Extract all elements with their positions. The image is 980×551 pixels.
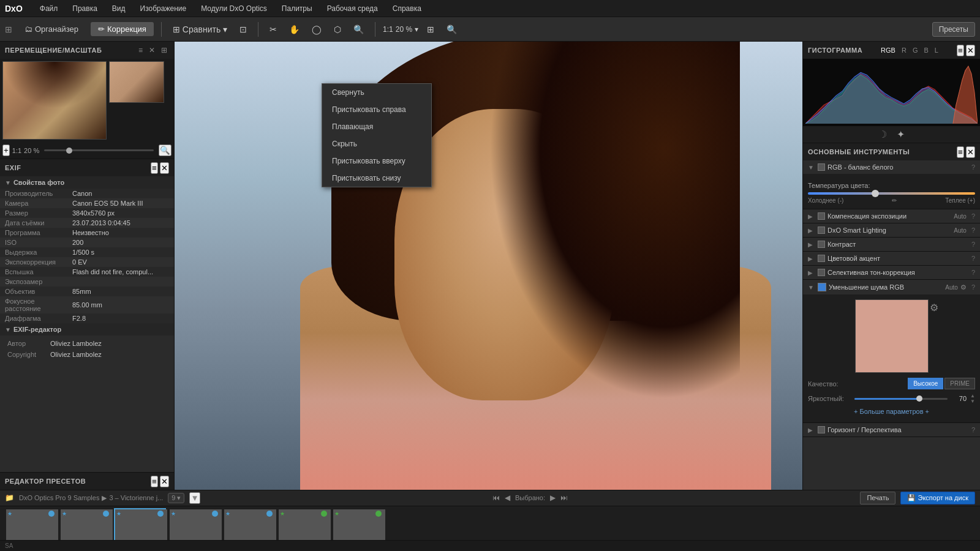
tool-contrast-header[interactable]: ▶ Контраст ? (803, 238, 980, 251)
filmstrip-filter-btn[interactable]: ▼ (189, 492, 200, 504)
tool-horizon-header[interactable]: ▶ Горизонт / Перспектива ? (803, 423, 980, 437)
exif-row: ISO200 (0, 238, 174, 247)
noise-quality-prime[interactable]: PRIME (944, 378, 975, 389)
sun-icon[interactable]: ✦ (897, 129, 905, 140)
hist-tab-g[interactable]: G (911, 46, 920, 54)
exif-row: ПрограммаНеизвестно (0, 228, 174, 238)
exif-options-btn[interactable]: ≡ (151, 162, 158, 174)
tool-smart-lighting-header[interactable]: ▶ DxO Smart Lighting Auto ? (803, 223, 980, 237)
histogram-options-btn[interactable]: ≡ (957, 45, 964, 56)
wb-slider-track[interactable] (808, 192, 975, 195)
pan-zoom-options-btn[interactable]: ≡ (137, 45, 145, 55)
pan-btn[interactable]: ✋ (285, 22, 303, 37)
hair-right (489, 42, 740, 400)
menu-view[interactable]: Вид (110, 3, 128, 14)
menu-palettes[interactable]: Палитры (279, 3, 315, 14)
menu-edit[interactable]: Правка (70, 3, 100, 14)
wb-slider-thumb[interactable] (872, 190, 879, 197)
tool-noise-settings-icon[interactable]: ⚙ (960, 283, 967, 291)
ctx-hide[interactable]: Скрыть (322, 135, 431, 152)
tool-ca-help[interactable]: ? (971, 255, 975, 262)
zoom-1to1[interactable]: 1:1 (383, 25, 393, 34)
tool-exposure-header[interactable]: ▶ Компенсация экспозиции Auto ? (803, 209, 980, 223)
tool-wb-header[interactable]: ▼ RGB - баланс белого ? (803, 160, 980, 174)
print-btn[interactable]: Печать (860, 492, 895, 504)
hist-tab-rgb[interactable]: RGB (879, 46, 897, 54)
fit-view-btn[interactable]: ⊞ (423, 22, 438, 37)
filter-btn[interactable]: ⬡ (330, 22, 345, 37)
hist-tab-r[interactable]: R (900, 46, 908, 54)
exif-editor-section[interactable]: ▼ EXIF-редактор (0, 323, 174, 335)
ctx-dock-bottom[interactable]: Пристыковать снизу (322, 170, 431, 187)
thumb-star-7: ★ (334, 511, 339, 517)
zoom-slider[interactable] (44, 149, 154, 151)
presets-dropdown-btn[interactable]: Пресеты (932, 22, 975, 37)
exif-field-value (67, 277, 174, 287)
photo-props-section[interactable]: ▼ Свойства фото (0, 176, 174, 189)
photo-canvas[interactable]: Коррекции (175, 42, 802, 490)
tool-exposure: ▶ Компенсация экспозиции Auto ? (803, 209, 980, 223)
ctx-floating[interactable]: Плавающая (322, 118, 431, 135)
tool-st-header[interactable]: ▶ Селективная тон-коррекция ? (803, 266, 980, 279)
retouch-btn[interactable]: ◯ (308, 22, 325, 37)
noise-swatch (855, 299, 929, 373)
tool-noise-header[interactable]: ▼ Уменьшение шума RGB Auto ⚙ ? (803, 280, 980, 294)
noise-lum-fill (854, 398, 919, 400)
filmstrip-first-btn[interactable]: ⏮ (492, 493, 500, 502)
tools-options-btn[interactable]: ≡ (957, 146, 964, 158)
noise-settings-gear[interactable]: ⚙ (930, 302, 938, 313)
filmstrip-root[interactable]: DxO Optics Pro 9 Samples (19, 494, 99, 501)
search-btn[interactable]: 🔍 (443, 22, 461, 37)
nav-preview-small[interactable] (109, 61, 164, 103)
tool-horizon-help[interactable]: ? (971, 426, 975, 433)
menu-image[interactable]: Изображение (138, 3, 189, 14)
exif-row: Размер3840x5760 px (0, 208, 174, 218)
noise-quality-high[interactable]: Высокое (908, 378, 943, 389)
moon-icon[interactable]: ☽ (878, 129, 887, 140)
filmstrip-last-btn[interactable]: ⏭ (560, 493, 568, 502)
tool-st-help[interactable]: ? (971, 269, 975, 276)
zoom-dropdown-icon[interactable]: ▾ (415, 25, 418, 34)
export-btn[interactable]: 💾 Экспорт на диск (900, 492, 975, 504)
tool-noise-help[interactable]: ? (971, 283, 975, 291)
filmstrip-play-btn[interactable]: ▶ (550, 493, 556, 502)
wb-eyedropper-btn[interactable]: ✏ (892, 197, 897, 204)
filmstrip-folder[interactable]: 3 – Victorienne j... (109, 494, 163, 501)
histogram-close-btn[interactable]: ✕ (966, 45, 975, 56)
tool-sl-help[interactable]: ? (971, 227, 975, 234)
hist-tab-b[interactable]: B (922, 46, 930, 54)
menu-modules[interactable]: Модули DxO Optics (198, 3, 270, 14)
pan-zoom-close-btn[interactable]: ✕ (147, 45, 157, 55)
pan-zoom-more-btn[interactable]: ⊞ (159, 45, 169, 55)
correction-mode-btn[interactable]: ✏ Коррекция (91, 22, 154, 36)
nav-preview-main[interactable] (2, 61, 107, 140)
menu-help[interactable]: Справка (390, 3, 424, 14)
tool-noise-checkbox[interactable] (818, 283, 826, 291)
presets-options-btn[interactable]: ≡ (151, 476, 158, 487)
noise-lum-thumb[interactable] (916, 395, 922, 402)
hist-tab-l[interactable]: L (933, 46, 940, 54)
compare-btn[interactable]: ⊞ Сравнить ▾ (169, 22, 231, 37)
tool-wb-help[interactable]: ? (971, 163, 975, 171)
ctx-dock-right[interactable]: Пристыковать справа (322, 101, 431, 118)
noise-more-params-btn[interactable]: + Больше параметров + (808, 405, 975, 418)
filmstrip-prev-btn[interactable]: ◀ (505, 493, 510, 502)
menu-file[interactable]: Файл (37, 3, 61, 14)
add-nav-btn[interactable]: + (2, 144, 10, 156)
noise-lum-track[interactable] (854, 398, 948, 400)
tools-close-btn[interactable]: ✕ (966, 146, 975, 158)
eyedropper-btn[interactable]: 🔍 (350, 22, 368, 37)
tool-contrast-help[interactable]: ? (971, 241, 975, 248)
menu-workspace[interactable]: Рабочая среда (325, 3, 380, 14)
presets-close-btn[interactable]: ✕ (160, 476, 169, 487)
tool-color-accent-header[interactable]: ▶ Цветовой акцент ? (803, 252, 980, 265)
organizer-mode-btn[interactable]: 🗂 Органайзер (17, 22, 86, 36)
ctx-collapse[interactable]: Свернуть (322, 84, 431, 101)
tool-exposure-help[interactable]: ? (971, 212, 975, 220)
exif-close-btn[interactable]: ✕ (160, 162, 169, 174)
noise-lum-arrows[interactable]: ▲▼ (970, 393, 975, 404)
ctx-dock-top[interactable]: Пристыковать вверху (322, 152, 431, 170)
nav-search-btn[interactable]: 🔍 (159, 144, 172, 156)
grid-view-btn[interactable]: ⊡ (236, 22, 251, 37)
crop-btn[interactable]: ✂ (266, 22, 281, 37)
